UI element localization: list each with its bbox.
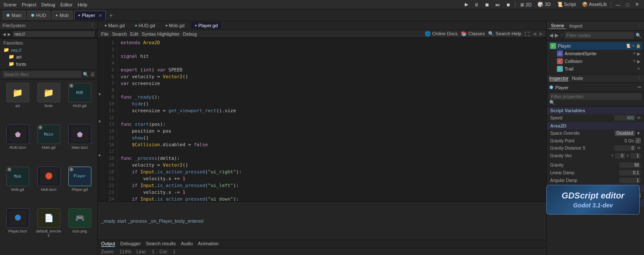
scene-menu-btn[interactable]: ⋮ bbox=[637, 23, 641, 28]
list-item[interactable]: ⚙ Player Player.gd bbox=[65, 167, 94, 206]
stop-button[interactable]: ⏹ bbox=[483, 2, 491, 8]
list-item[interactable]: ⚙ Mob Mob.gd bbox=[3, 167, 32, 206]
node-collision-vis-icon[interactable]: 👁 bbox=[633, 59, 636, 64]
prop-gravity-vec-x[interactable]: 0 bbox=[615, 153, 625, 159]
editor-tab-mob-gd[interactable]: ● Mob.gd bbox=[162, 22, 188, 29]
path-forward-btn[interactable]: ▶ bbox=[8, 32, 11, 37]
assetlib-button[interactable]: 📦 AssetLib bbox=[580, 1, 609, 8]
node-animsprite-vis-icon[interactable]: 👁 bbox=[633, 51, 636, 56]
list-item[interactable]: ⚙ Main Main.gd bbox=[34, 125, 63, 164]
function-item-start[interactable]: start bbox=[117, 218, 126, 224]
scene-node-player[interactable]: P Player 📜 👁 🔒 bbox=[548, 42, 642, 50]
menu-help[interactable]: Help bbox=[78, 2, 88, 7]
list-item[interactable]: 📁 fonts bbox=[34, 83, 63, 122]
filesystem-menu-btn[interactable]: ⋮ bbox=[90, 23, 95, 28]
prop-gravity-value[interactable]: 98 bbox=[619, 162, 641, 168]
mode-2d-button[interactable]: 🖥 2D bbox=[518, 2, 533, 8]
list-item[interactable]: ⚙ HUD HUD.gd bbox=[65, 83, 94, 122]
menu-debug[interactable]: Debug bbox=[41, 2, 55, 7]
bottom-tab-output[interactable]: Output bbox=[101, 241, 115, 247]
add-tab-button[interactable]: + bbox=[107, 12, 114, 19]
prop-gravity-vec-y[interactable]: 1 bbox=[630, 153, 641, 159]
online-docs-btn[interactable]: 🌐 Online Docs bbox=[425, 31, 458, 37]
tab-main[interactable]: ⬟ Main bbox=[3, 11, 25, 20]
gravity-dist-spinner[interactable]: ⟳ bbox=[637, 146, 641, 150]
menu-syntax-highlighter[interactable]: Syntax Highlighter bbox=[142, 31, 180, 37]
function-item-on-player-body-entered[interactable]: _on_Player_body_entered bbox=[149, 218, 203, 224]
scene-node-trail[interactable]: T Trail 👁 bbox=[548, 65, 642, 73]
window-close-button[interactable]: ✕ bbox=[633, 1, 641, 8]
prop-gravity-dist-value[interactable]: 0 bbox=[614, 145, 636, 151]
tab-scene[interactable]: Scene bbox=[549, 23, 566, 29]
prop-gravity-point-checkbox[interactable]: ✓ bbox=[636, 138, 641, 143]
tab-hud[interactable]: ⬟ HUD bbox=[27, 11, 50, 20]
prop-space-override-value[interactable]: Disabled bbox=[615, 130, 635, 136]
editor-tab-main-gd[interactable]: ● Main.gd bbox=[101, 22, 128, 29]
step-button[interactable]: ⏭ bbox=[494, 2, 502, 8]
scene-node-collision[interactable]: C Collision 👁 ▶ bbox=[548, 57, 642, 65]
node-script-icon[interactable]: 📜 bbox=[626, 44, 630, 48]
prop-speed-value[interactable]: 400 bbox=[614, 115, 636, 121]
bottom-tab-search-results[interactable]: Search results bbox=[146, 241, 175, 247]
scene-node-animatedsprite[interactable]: A AnimatedSprite 👁 ▶ bbox=[548, 50, 642, 57]
list-item[interactable]: ⬟ Main.tscn bbox=[65, 125, 94, 164]
script-button[interactable]: 📜 Script bbox=[555, 1, 578, 8]
file-search-input[interactable] bbox=[3, 71, 81, 78]
menu-project[interactable]: Project bbox=[22, 2, 36, 7]
folder-art[interactable]: 📁 art bbox=[3, 53, 94, 60]
mode-3d-button[interactable]: 🎲 3D bbox=[536, 1, 552, 8]
node-trail-vis-icon[interactable]: 👁 bbox=[637, 67, 641, 71]
menu-search[interactable]: Search bbox=[112, 31, 127, 37]
path-input[interactable] bbox=[13, 31, 95, 37]
list-item[interactable]: Mob.tscn bbox=[34, 167, 63, 206]
filter-nodes-input[interactable] bbox=[565, 32, 634, 39]
pause-button[interactable]: ⏸ bbox=[472, 2, 480, 8]
file-list-options-icon[interactable]: ☰ bbox=[90, 72, 95, 77]
expand-btn[interactable]: ⛶ bbox=[525, 31, 529, 37]
function-item-ready[interactable]: _ready bbox=[101, 218, 116, 224]
window-min-button[interactable]: — bbox=[614, 2, 622, 8]
search-help-btn[interactable]: 🔍 Search Help bbox=[488, 31, 521, 37]
node-vis-icon[interactable]: 👁 bbox=[631, 44, 635, 48]
tab-player-close[interactable]: ✕ bbox=[99, 13, 102, 18]
prop-angular-damp-value[interactable]: 1 bbox=[619, 178, 641, 183]
tab-mob[interactable]: ● Mob bbox=[52, 11, 73, 20]
scene-up-btn[interactable]: ↑ bbox=[560, 32, 563, 38]
play-button[interactable]: ▶ bbox=[463, 1, 470, 8]
speed-spinner-icon[interactable]: ⟳ bbox=[637, 116, 641, 120]
editor-tab-player-gd[interactable]: ● Player.gd bbox=[191, 22, 221, 29]
editor-tab-hud-gd[interactable]: ● HUD.gd bbox=[132, 22, 159, 29]
list-item[interactable]: 📄 default_env.tres bbox=[34, 208, 63, 252]
window-max-button[interactable]: □ bbox=[624, 2, 631, 8]
menu-debug[interactable]: Debug bbox=[183, 31, 197, 37]
menu-scene[interactable]: Scene bbox=[3, 2, 17, 7]
tab-import[interactable]: Import bbox=[568, 23, 584, 29]
bottom-tab-audio[interactable]: Audio bbox=[181, 241, 193, 247]
filter-properties-input[interactable] bbox=[549, 93, 641, 100]
path-back-btn[interactable]: ◀ bbox=[3, 32, 6, 37]
record-button[interactable]: ⏺ bbox=[504, 2, 512, 8]
list-item[interactable]: Player.tscn bbox=[3, 208, 32, 252]
bottom-tab-animation[interactable]: Animation bbox=[198, 241, 219, 247]
node-collision-expand[interactable]: ▶ bbox=[637, 59, 641, 64]
list-item[interactable]: ⬟ HUD.tscn bbox=[3, 125, 32, 164]
tab-player[interactable]: ● Player ✕ bbox=[74, 11, 106, 20]
folder-fonts[interactable]: 📁 fonts bbox=[3, 60, 94, 68]
classes-btn[interactable]: 📚 Classes bbox=[461, 31, 485, 37]
inspector-tab-node[interactable]: Node bbox=[572, 76, 583, 81]
inspector-tab-inspector[interactable]: Inspector bbox=[549, 76, 568, 81]
menu-edit[interactable]: Edit bbox=[130, 31, 138, 37]
list-item[interactable]: 📁 art bbox=[3, 83, 32, 122]
list-item[interactable]: 🎮 icon.png bbox=[65, 208, 94, 252]
node-lock-icon[interactable]: 🔒 bbox=[636, 44, 641, 48]
menu-editor[interactable]: Editor bbox=[60, 2, 73, 7]
inspector-menu-btn[interactable]: ⋮ bbox=[637, 76, 641, 81]
inspector-edit-btn[interactable]: ✏ bbox=[638, 85, 641, 90]
function-item-process[interactable]: _process bbox=[128, 218, 147, 224]
prop-linear-damp-value[interactable]: 0.1 bbox=[619, 170, 641, 176]
favorites-res[interactable]: 📁 res:// bbox=[3, 47, 94, 53]
menu-file[interactable]: File bbox=[101, 31, 109, 37]
bottom-tab-debugger[interactable]: Debugger bbox=[120, 241, 141, 247]
node-animsprite-expand[interactable]: ▶ bbox=[637, 51, 641, 56]
space-override-expand-icon[interactable]: ▼ bbox=[636, 131, 641, 136]
